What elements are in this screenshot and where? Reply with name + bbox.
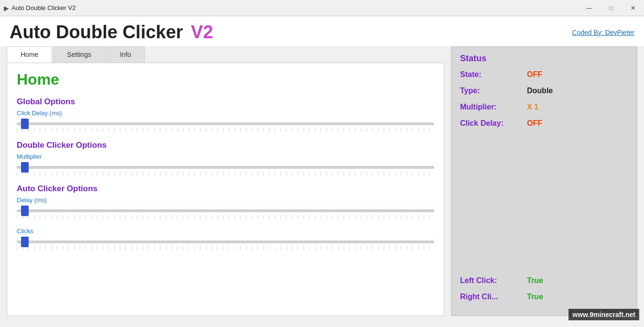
auto-delay-slider[interactable]: [17, 209, 434, 212]
clicks-container: Clicks: [17, 228, 434, 250]
status-key-type: Type:: [460, 87, 527, 95]
auto-clicker-heading: Auto Clicker Options: [17, 184, 434, 194]
status-val-leftclick: True: [527, 276, 543, 285]
multiplier-slider[interactable]: [17, 166, 434, 169]
status-key-rightclick: Right Cli...: [460, 293, 527, 301]
status-val-clickdelay: OFF: [527, 119, 542, 128]
status-val-type: Double: [527, 87, 553, 95]
left-panel: Home Settings Info Home Global Options C…: [0, 46, 451, 323]
global-options-heading: Global Options: [17, 97, 434, 107]
double-clicker-heading: Double Clicker Options: [17, 141, 434, 150]
status-key-multiplier: Multiplier:: [460, 103, 527, 111]
tabs: Home Settings Info: [7, 46, 444, 63]
home-heading: Home: [17, 71, 434, 88]
status-val-rightclick: True: [527, 293, 543, 301]
status-panel: Status State: OFF Type: Double Multiplie…: [451, 46, 637, 316]
title-bar-controls: — □ ✕: [578, 0, 644, 16]
status-title: Status: [460, 54, 628, 64]
click-delay-label: Click Delay (ms): [17, 109, 434, 117]
status-key-clickdelay: Click Delay:: [460, 119, 527, 128]
app-header: Auto Double Clicker V2 Coded By: DevPiet…: [0, 16, 644, 46]
title-bar: ▶ Auto Double Clicker V2 — □ ✕: [0, 0, 644, 16]
tab-settings[interactable]: Settings: [53, 46, 105, 63]
click-delay-ticks: [17, 128, 434, 132]
multiplier-container: Multiplier: [17, 153, 434, 175]
maximize-button[interactable]: □: [600, 0, 622, 16]
title-bar-text: Auto Double Clicker V2: [11, 4, 75, 11]
clicks-slider[interactable]: [17, 240, 434, 243]
tab-info[interactable]: Info: [106, 46, 145, 63]
status-row-state: State: OFF: [460, 70, 628, 79]
minimize-button[interactable]: —: [578, 0, 600, 16]
click-delay-slider[interactable]: [17, 122, 434, 125]
status-row-multiplier: Multiplier: X 1: [460, 103, 628, 111]
app-title-version: V2: [191, 22, 213, 42]
tab-home[interactable]: Home: [7, 46, 52, 63]
auto-delay-label: Delay (ms): [17, 196, 434, 204]
app-title-main: Auto Double Clicker: [10, 22, 183, 42]
multiplier-label: Multiplier: [17, 153, 434, 160]
status-key-leftclick: Left Click:: [460, 276, 527, 285]
status-row-clickdelay: Click Delay: OFF: [460, 119, 628, 128]
status-val-state: OFF: [527, 70, 542, 79]
auto-delay-container: Delay (ms): [17, 196, 434, 219]
status-row-type: Type: Double: [460, 87, 628, 95]
status-row-leftclick: Left Click: True: [460, 276, 628, 285]
main-content: Home Settings Info Home Global Options C…: [0, 46, 644, 323]
coded-by-link[interactable]: Coded By: DevPieter: [572, 29, 634, 36]
clicks-ticks: [17, 246, 434, 250]
click-delay-container: Click Delay (ms): [17, 109, 434, 132]
auto-delay-ticks: [17, 215, 434, 219]
clicks-label: Clicks: [17, 228, 434, 235]
multiplier-ticks: [17, 172, 434, 175]
status-key-state: State:: [460, 70, 527, 79]
content-box: Home Global Options Click Delay (ms) Dou…: [7, 63, 444, 316]
status-row-rightclick: Right Cli... True: [460, 293, 628, 301]
close-button[interactable]: ✕: [622, 0, 644, 16]
app-icon: ▶: [4, 4, 9, 12]
status-val-multiplier: X 1: [527, 103, 538, 111]
app-title: Auto Double Clicker V2: [10, 22, 213, 43]
